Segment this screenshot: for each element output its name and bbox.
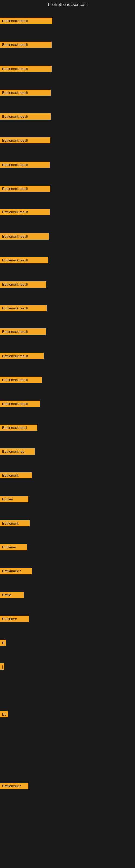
bottleneck-result-item[interactable]: Bottlenec bbox=[0, 616, 29, 622]
bottleneck-result-item[interactable]: Bottleneck result bbox=[0, 18, 52, 24]
site-title: TheBottlenecker.com bbox=[0, 0, 135, 10]
bottleneck-result-item[interactable]: Bo bbox=[0, 711, 8, 717]
bottleneck-result-item[interactable]: Bottleneck result bbox=[0, 113, 51, 120]
bottleneck-result-item[interactable]: Bottleneck bbox=[0, 472, 32, 478]
bottleneck-result-item[interactable]: | bbox=[0, 663, 4, 670]
bottleneck-result-item[interactable]: Bottleneck bbox=[0, 520, 30, 527]
bottleneck-result-item[interactable]: Bottleneck result bbox=[0, 329, 46, 335]
bottleneck-result-item[interactable]: Bottleneck result bbox=[0, 41, 52, 48]
bottleneck-result-item[interactable]: Bottleneck result bbox=[0, 281, 46, 287]
bottleneck-result-item[interactable]: Bottleneck res bbox=[0, 448, 35, 455]
bottleneck-result-item[interactable]: Bottleneck result bbox=[0, 66, 52, 72]
bottleneck-result-item[interactable]: Bottleneck result bbox=[0, 90, 51, 96]
bottleneck-result-item[interactable]: Bottleneck r bbox=[0, 783, 28, 789]
bottleneck-result-item[interactable]: Bottleneck result bbox=[0, 257, 48, 264]
bottleneck-result-item[interactable]: Bottleneck r bbox=[0, 568, 32, 574]
bottleneck-result-item[interactable]: Bottleneck result bbox=[0, 162, 50, 168]
bottleneck-result-item[interactable]: Bottleneck result bbox=[0, 209, 50, 215]
bottleneck-result-item[interactable]: Bottleneck result bbox=[0, 377, 42, 383]
bottleneck-result-item[interactable]: Bottleneck resul bbox=[0, 425, 37, 431]
bottleneck-result-item[interactable]: Bottleneck result bbox=[0, 401, 40, 407]
bottleneck-result-item[interactable]: Bottlen bbox=[0, 496, 28, 502]
bottleneck-result-item[interactable]: Bottlenec bbox=[0, 544, 27, 550]
bottleneck-result-item[interactable]: B bbox=[0, 640, 6, 646]
bottleneck-result-item[interactable]: Bottleneck result bbox=[0, 305, 47, 311]
bottleneck-result-item[interactable]: Bottleneck result bbox=[0, 353, 44, 359]
bottleneck-result-item[interactable]: Bottleneck result bbox=[0, 186, 50, 192]
bottleneck-result-item[interactable]: Bottle bbox=[0, 592, 24, 598]
bottleneck-result-item[interactable]: Bottleneck result bbox=[0, 137, 50, 144]
bottleneck-result-item[interactable]: Bottleneck result bbox=[0, 233, 49, 240]
